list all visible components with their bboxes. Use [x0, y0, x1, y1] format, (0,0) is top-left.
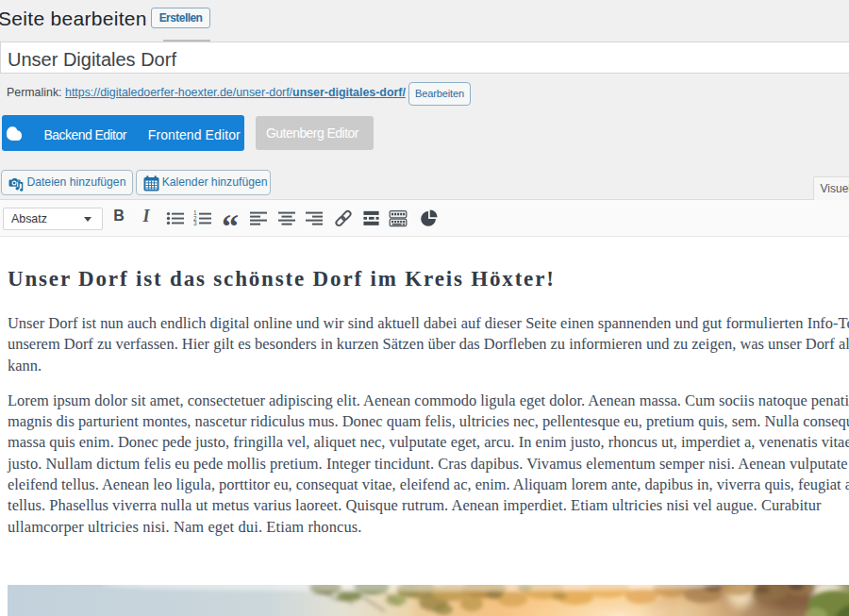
svg-text:3: 3	[193, 220, 197, 226]
